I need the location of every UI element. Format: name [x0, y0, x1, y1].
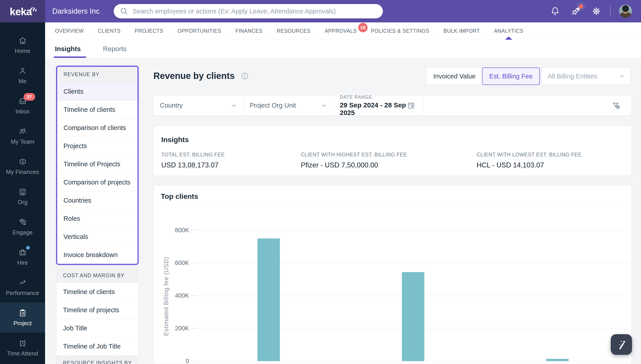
page-header: Revenue by clients	[153, 71, 249, 81]
rail-item-label: My Team	[11, 138, 34, 145]
tab-label: OVERVIEW	[55, 28, 84, 34]
global-search[interactable]	[114, 4, 383, 18]
rail-item-project[interactable]: Project	[0, 302, 45, 332]
rail-item-label: My Finances	[6, 168, 39, 176]
rail-item-org[interactable]: Org	[0, 181, 45, 212]
org-unit-filter[interactable]: Project Org Unit	[243, 96, 334, 116]
cost-item-timeline-of-clients[interactable]: Timeline of clients	[57, 283, 138, 301]
axis-tick	[191, 361, 197, 361]
rail-item-label: Org	[18, 199, 27, 206]
tab-finances[interactable]: FINANCES	[235, 22, 262, 40]
axis-tick	[191, 328, 197, 328]
rail-item-label: Hire	[17, 259, 28, 266]
gridline	[197, 230, 629, 230]
settings-gear-icon[interactable]	[591, 6, 601, 16]
subtab-insights[interactable]: Insights	[55, 40, 81, 58]
rail-item-label: Me	[19, 78, 27, 85]
inbox-badge: 37	[24, 93, 35, 101]
tab-label: PROJECTS	[135, 28, 163, 34]
resource-insights-header: RESOURCE INSIGHTS BY	[57, 356, 138, 364]
invoiced-value-button[interactable]: Invoiced Value	[426, 68, 482, 85]
logo-spark-icon	[29, 3, 39, 12]
chevron-down-icon	[618, 73, 625, 80]
country-filter[interactable]: Country	[154, 96, 243, 116]
alarm-clock-icon	[18, 339, 27, 348]
y-tick-label: 400K	[160, 292, 189, 300]
panel-item-roles[interactable]: Roles	[57, 209, 138, 228]
active-tab-indicator	[505, 36, 512, 40]
tab-label: RESOURCES	[277, 28, 311, 34]
building-icon	[18, 188, 27, 196]
keka-logo-text: keka	[10, 6, 32, 18]
clear-filters-icon[interactable]	[611, 100, 621, 111]
rail-item-my-finances[interactable]: $ My Finances	[0, 151, 45, 181]
briefcase-icon	[18, 248, 27, 257]
stat-label: CLIENT WITH HIGHEST EST. BILLING FEE	[301, 152, 407, 158]
stat-label: CLIENT WITH LOWEST EST. BILLING FEE	[477, 152, 581, 158]
rail-item-me[interactable]: Me	[0, 60, 45, 90]
rail-item-my-team[interactable]: My Team	[0, 121, 45, 151]
topbar-actions	[550, 0, 632, 22]
panel-item-comparison-of-clients[interactable]: Comparison of clients	[57, 118, 138, 137]
clipboard-icon	[18, 308, 27, 318]
panel-item-comparison-of-projects[interactable]: Comparison of projects	[57, 173, 138, 191]
tab-label: FINANCES	[235, 28, 262, 34]
tab-label: BULK IMPORT	[443, 28, 480, 34]
country-filter-label: Country	[160, 102, 183, 109]
topbar-divider	[610, 6, 610, 16]
est-billing-fee-button[interactable]: Est. Billing Fee	[482, 68, 540, 85]
person-icon	[18, 66, 27, 75]
panel-item-countries[interactable]: Countries	[57, 191, 138, 209]
revenue-by-panel: REVENUE BY Clients Timeline of clients C…	[56, 66, 139, 265]
tab-approvals[interactable]: APPROVALS 18	[325, 22, 357, 40]
tab-overview[interactable]: OVERVIEW	[55, 22, 84, 40]
cost-item-job-title[interactable]: Job Title	[57, 319, 138, 337]
rail-item-home[interactable]: Home	[0, 30, 45, 60]
chart-bar[interactable]	[402, 272, 424, 361]
keka-logo[interactable]: keka	[0, 0, 45, 22]
tab-projects[interactable]: PROJECTS	[135, 22, 163, 40]
panel-item-projects[interactable]: Projects	[57, 137, 138, 155]
stat-lowest-client: CLIENT WITH LOWEST EST. BILLING FEE HCL …	[477, 152, 581, 169]
rail-item-label: Project	[14, 320, 32, 327]
ai-assistant-button[interactable]	[611, 334, 632, 355]
panel-item-clients[interactable]: Clients	[57, 82, 138, 100]
panel-item-timeline-of-projects[interactable]: Timeline of Projects	[57, 155, 138, 173]
cost-item-timeline-of-job-title[interactable]: Timeline of Job Title	[57, 337, 138, 356]
tab-clients[interactable]: CLIENTS	[98, 22, 121, 40]
panel-item-verticals[interactable]: Verticals	[57, 228, 138, 246]
panel-item-timeline-of-clients[interactable]: Timeline of clients	[57, 100, 138, 118]
tab-policies-settings[interactable]: POLICIES & SETTINGS	[371, 22, 429, 40]
tab-label: ANALYTICS	[494, 28, 523, 34]
tab-resources[interactable]: RESOURCES	[277, 22, 311, 40]
chevron-down-icon	[321, 102, 327, 109]
whats-new-rocket-icon[interactable]	[570, 6, 581, 17]
panel-item-invoice-breakdown[interactable]: Invoice breakdown	[57, 246, 138, 264]
tab-opportunities[interactable]: OPPORTUNITIES	[177, 22, 221, 40]
user-avatar[interactable]	[619, 5, 632, 18]
rail-item-label: Performance	[6, 290, 39, 296]
rail-item-hire[interactable]: Hire	[0, 242, 45, 272]
notifications-bell-icon[interactable]	[550, 6, 560, 16]
cost-item-timeline-of-projects[interactable]: Timeline of projects	[57, 301, 138, 319]
axis-tick	[191, 263, 197, 263]
rail-item-performance[interactable]: Performance	[0, 272, 45, 302]
tab-bulk-import[interactable]: BULK IMPORT	[443, 22, 480, 40]
inbox-icon: 37	[18, 96, 27, 106]
chart-bar[interactable]	[546, 359, 568, 361]
date-range-filter[interactable]: DATE RANGE 29 Sep 2024 - 28 Sep 2025	[334, 96, 423, 116]
subtab-reports[interactable]: Reports	[103, 40, 127, 58]
search-input[interactable]	[133, 8, 379, 15]
stat-label: TOTAL EST. BILLING FEE	[161, 152, 225, 158]
info-icon[interactable]	[240, 72, 249, 80]
axis-tick	[191, 230, 197, 230]
stat-highest-client: CLIENT WITH HIGHEST EST. BILLING FEE Pfi…	[301, 152, 407, 169]
rail-item-inbox[interactable]: 37 Inbox	[0, 90, 45, 121]
billing-entities-select[interactable]: All Billing Entities	[542, 68, 630, 85]
rail-item-engage[interactable]: Engage	[0, 212, 45, 242]
rail-item-time-attend[interactable]: Time Attend	[0, 332, 45, 363]
tab-analytics[interactable]: ANALYTICS	[494, 22, 523, 40]
insights-title: Insights	[161, 136, 189, 144]
chevron-down-icon	[231, 102, 237, 109]
chart-bar[interactable]	[258, 238, 280, 361]
